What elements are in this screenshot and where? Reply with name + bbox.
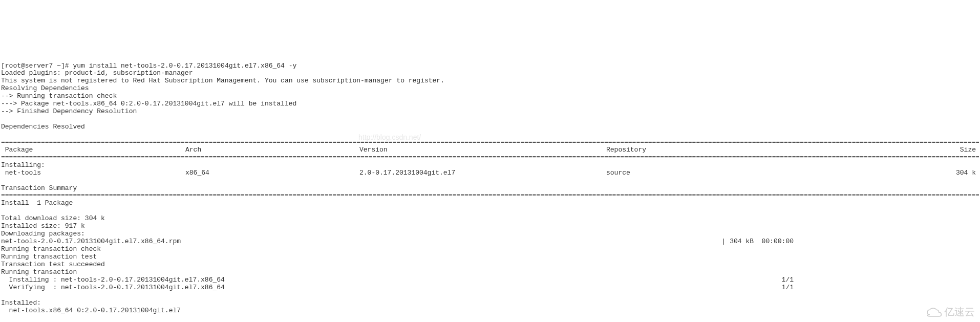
table-row: net-toolsx86_642.0-0.17.20131004git.el7s…: [1, 169, 979, 177]
installed-label: Installed:: [1, 299, 41, 307]
installing-count: 1/1: [782, 276, 794, 284]
header-size: Size: [774, 146, 979, 154]
run-trans-check: Running transaction check: [1, 245, 101, 253]
line-pkg-install: ---> Package net-tools.x86_64 0:2.0-0.17…: [1, 100, 296, 108]
header-arch: Arch: [185, 146, 359, 154]
cell-size: 304 k: [774, 169, 979, 177]
verifying-count: 1/1: [782, 284, 794, 292]
table-header-row: PackageArchVersionRepositorySize: [1, 146, 979, 154]
installed-pkg: net-tools.x86_64 0:2.0-0.17.20131004git.…: [1, 307, 181, 314]
summary-total-dl: Total download size: 304 k: [1, 214, 105, 222]
rpm-progress: | 304 kB 00:00:00: [722, 238, 794, 246]
cell-package: net-tools: [1, 169, 185, 177]
rpm-name: net-tools-2.0-0.17.20131004git.el7.x86_6…: [1, 238, 181, 246]
line-not-registered: This system is not registered to Red Hat…: [1, 77, 444, 84]
header-package: Package: [1, 146, 185, 154]
rule-mid: ========================================…: [1, 154, 979, 162]
line-deps-resolved: Dependencies Resolved: [1, 123, 85, 131]
line-finished-dep: --> Finished Dependency Resolution: [1, 108, 137, 115]
line-loaded-plugins: Loaded plugins: product-id, subscription…: [1, 69, 193, 77]
cell-repo: source: [606, 169, 774, 177]
rule-top: ========================================…: [1, 139, 979, 146]
terminal-output: [root@server7 ~]# yum install net-tools-…: [1, 62, 979, 323]
cell-arch: x86_64: [185, 169, 359, 177]
summary-install: Install 1 Package: [1, 199, 73, 207]
header-repository: Repository: [606, 146, 774, 154]
run-trans: Running transaction: [1, 268, 77, 276]
rule-bottom: ========================================…: [1, 192, 979, 200]
trans-test-ok: Transaction test succeeded: [1, 261, 105, 268]
summary-title: Transaction Summary: [1, 184, 77, 192]
cell-version: 2.0-0.17.20131004git.el7: [359, 169, 606, 177]
command-text: yum install net-tools-2.0-0.17.20131004g…: [73, 62, 296, 70]
verifying-progress-line: Verifying : net-tools-2.0-0.17.20131004g…: [1, 284, 794, 292]
line-trans-check: --> Running transaction check: [1, 92, 117, 100]
installing-pkg: Installing : net-tools-2.0-0.17.20131004…: [1, 276, 225, 284]
verifying-pkg: Verifying : net-tools-2.0-0.17.20131004g…: [1, 284, 225, 292]
line-resolving: Resolving Dependencies: [1, 84, 89, 92]
run-trans-test: Running transaction test: [1, 253, 97, 261]
installing-progress-line: Installing : net-tools-2.0-0.17.20131004…: [1, 276, 794, 284]
installing-label: Installing:: [1, 161, 45, 169]
summary-installed-size: Installed size: 917 k: [1, 222, 85, 230]
summary-downloading: Downloading packages:: [1, 230, 85, 238]
shell-prompt: [root@server7 ~]#: [1, 62, 73, 70]
header-version: Version: [359, 146, 606, 154]
rpm-download-line: net-tools-2.0-0.17.20131004git.el7.x86_6…: [1, 238, 794, 246]
